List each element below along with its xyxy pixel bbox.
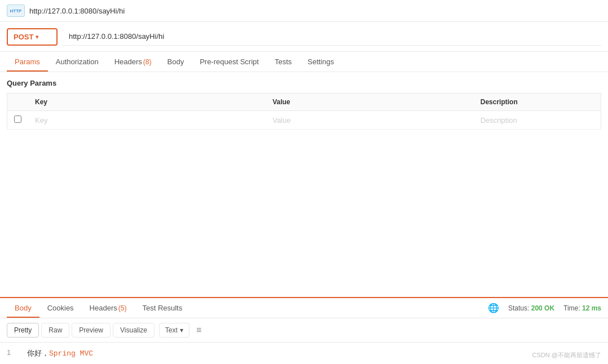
response-body: 1 你好，Spring MVC [0,343,608,364]
response-content: 你好，Spring MVC [27,348,93,358]
status-label: Status: 200 OK [508,304,554,312]
tab-body[interactable]: Body [160,52,192,72]
response-tab-body[interactable]: Body [7,298,39,318]
row-checkbox[interactable] [14,116,21,123]
text-select-label: Text [165,326,178,334]
response-tabs-bar: Body Cookies Headers(5) Test Results 🌐 S… [0,298,608,318]
col-value: Value [266,94,474,111]
request-bar: POST ▾ [0,22,608,52]
col-checkbox [7,94,29,111]
tab-params[interactable]: Params [7,52,48,72]
tab-headers[interactable]: Headers(8) [107,52,160,72]
time-label: Time: 12 ms [563,304,601,312]
tab-authorization[interactable]: Authorization [48,52,107,72]
response-section: Body Cookies Headers(5) Test Results 🌐 S… [0,297,608,364]
format-preview-button[interactable]: Preview [72,323,111,338]
row-value-cell[interactable]: Value [266,111,474,130]
row-key-cell[interactable]: Key [28,111,266,130]
format-raw-button[interactable]: Raw [41,323,69,338]
method-chevron-icon: ▾ [36,34,38,40]
response-text: 你好， [27,349,49,358]
table-row: Key Value Description [7,111,601,130]
top-url-text: http://127.0.0.1:8080/sayHi/hi [29,7,125,15]
format-visualize-button[interactable]: Visualize [113,323,155,338]
tab-pre-request-script[interactable]: Pre-request Script [192,52,267,72]
params-table: Key Value Description Key Value Descript… [7,93,601,130]
line-number: 1 [7,348,18,358]
row-description-cell[interactable]: Description [474,111,601,130]
request-tabs-bar: Params Authorization Headers(8) Body Pre… [0,52,608,72]
tab-settings[interactable]: Settings [299,52,342,72]
top-url-bar: HTTP http://127.0.0.1:8080/sayHi/hi [0,0,608,22]
wrap-icon[interactable]: ≡ [196,325,201,335]
url-input[interactable] [62,28,601,46]
http-badge: HTTP [7,5,25,17]
query-params-section: Query Params Key Value Description Key V… [0,72,608,130]
response-tab-cookies[interactable]: Cookies [39,298,82,318]
status-value: 200 OK [531,304,554,312]
watermark: CSDN @不能再留遗憾了 [532,351,601,359]
tab-tests[interactable]: Tests [267,52,299,72]
format-bar: Pretty Raw Preview Visualize Text ▾ ≡ [0,318,608,343]
method-label: POST [14,33,33,41]
time-value: 12 ms [582,304,601,312]
format-pretty-button[interactable]: Pretty [7,323,39,338]
text-select-chevron-icon: ▾ [180,326,183,334]
row-checkbox-cell [7,111,29,130]
col-description: Description [474,94,601,111]
response-line: 1 你好，Spring MVC [7,348,601,358]
response-tab-test-results[interactable]: Test Results [134,298,190,318]
query-params-title: Query Params [7,79,601,87]
text-format-select[interactable]: Text ▾ [159,323,190,338]
globe-icon: 🌐 [488,303,499,313]
method-select[interactable]: POST ▾ [7,28,58,46]
spring-text: Spring MVC [49,349,93,358]
response-tab-headers[interactable]: Headers(5) [82,298,135,318]
col-key: Key [28,94,266,111]
response-status: 🌐 Status: 200 OK Time: 12 ms [488,303,601,313]
